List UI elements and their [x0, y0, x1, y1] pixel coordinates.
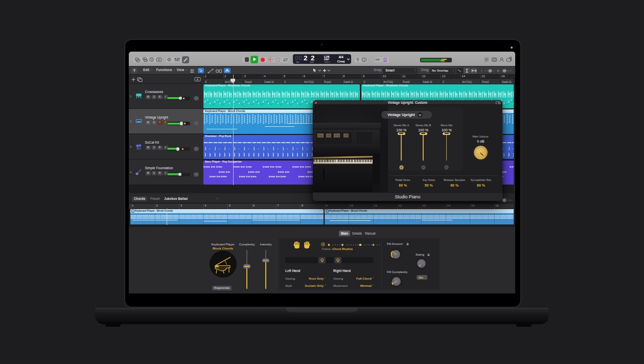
svg-text:1: 1 — [363, 58, 364, 61]
svg-text:4: 4 — [323, 243, 324, 246]
svg-text:?: ? — [151, 58, 153, 61]
